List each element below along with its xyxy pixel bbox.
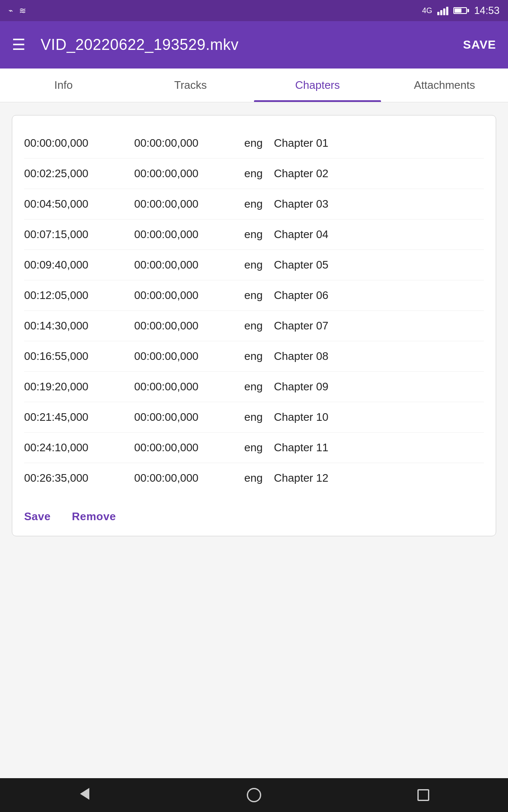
chapter-row[interactable]: 00:07:15,000 00:00:00,000 eng Chapter 04 <box>24 219 484 250</box>
save-button[interactable]: SAVE <box>463 38 496 52</box>
chapter-row[interactable]: 00:21:45,000 00:00:00,000 eng Chapter 10 <box>24 402 484 433</box>
chapter-lang: eng <box>244 167 274 180</box>
chapter-row[interactable]: 00:00:00,000 00:00:00,000 eng Chapter 01 <box>24 128 484 159</box>
chapter-lang: eng <box>244 289 274 302</box>
chapter-start-time: 00:07:15,000 <box>24 228 134 241</box>
home-button[interactable] <box>237 778 271 812</box>
chapter-lang: eng <box>244 258 274 272</box>
tab-info[interactable]: Info <box>0 69 127 102</box>
chapter-lang: eng <box>244 319 274 332</box>
app-bar: ☰ VID_20220622_193529.mkv SAVE <box>0 21 508 69</box>
chapter-start-time: 00:02:25,000 <box>24 167 134 180</box>
chapter-name: Chapter 06 <box>274 289 329 302</box>
chapter-end-time: 00:00:00,000 <box>134 319 244 332</box>
chapter-start-time: 00:19:20,000 <box>24 380 134 393</box>
chapter-start-time: 00:12:05,000 <box>24 289 134 302</box>
signal-icon <box>437 6 448 15</box>
chapter-name: Chapter 02 <box>274 167 329 180</box>
chapter-name: Chapter 01 <box>274 137 329 150</box>
chapter-end-time: 00:00:00,000 <box>134 411 244 424</box>
chapter-row[interactable]: 00:26:35,000 00:00:00,000 eng Chapter 12 <box>24 463 484 493</box>
chapter-end-time: 00:00:00,000 <box>134 441 244 454</box>
chapter-row[interactable]: 00:09:40,000 00:00:00,000 eng Chapter 05 <box>24 250 484 280</box>
chapter-name: Chapter 09 <box>274 380 329 393</box>
chapter-end-time: 00:00:00,000 <box>134 380 244 393</box>
status-left: ⌁ ≋ <box>8 5 26 16</box>
chapter-name: Chapter 08 <box>274 350 329 363</box>
chapter-lang: eng <box>244 380 274 393</box>
back-button[interactable] <box>68 778 102 812</box>
home-icon <box>247 788 261 802</box>
chapter-lang: eng <box>244 472 274 485</box>
usb-icon: ⌁ <box>8 6 13 15</box>
chapter-end-time: 00:00:00,000 <box>134 137 244 150</box>
chapter-lang: eng <box>244 350 274 363</box>
status-right: 4G 14:53 <box>422 5 500 16</box>
menu-icon[interactable]: ☰ <box>12 36 25 54</box>
card-actions: Save Remove <box>24 497 484 523</box>
chapter-start-time: 00:00:00,000 <box>24 137 134 150</box>
chapter-end-time: 00:00:00,000 <box>134 228 244 241</box>
chapter-start-time: 00:04:50,000 <box>24 198 134 211</box>
chapters-list: 00:00:00,000 00:00:00,000 eng Chapter 01… <box>24 128 484 493</box>
chapter-name: Chapter 10 <box>274 411 329 424</box>
chapter-end-time: 00:00:00,000 <box>134 167 244 180</box>
chapter-start-time: 00:14:30,000 <box>24 319 134 332</box>
tab-chapters[interactable]: Chapters <box>254 69 381 102</box>
card-remove-button[interactable]: Remove <box>72 510 116 523</box>
chapter-name: Chapter 07 <box>274 319 329 332</box>
chapter-start-time: 00:24:10,000 <box>24 441 134 454</box>
chapter-name: Chapter 05 <box>274 258 329 272</box>
status-time: 14:53 <box>474 5 500 16</box>
chapter-end-time: 00:00:00,000 <box>134 289 244 302</box>
chapter-lang: eng <box>244 441 274 454</box>
chapter-end-time: 00:00:00,000 <box>134 472 244 485</box>
chapter-lang: eng <box>244 228 274 241</box>
tab-attachments[interactable]: Attachments <box>381 69 508 102</box>
battery-icon <box>453 7 469 14</box>
back-icon <box>80 787 89 803</box>
status-bar: ⌁ ≋ 4G 14:53 <box>0 0 508 21</box>
chapter-row[interactable]: 00:19:20,000 00:00:00,000 eng Chapter 09 <box>24 372 484 402</box>
chapter-start-time: 00:21:45,000 <box>24 411 134 424</box>
chapter-lang: eng <box>244 137 274 150</box>
chapter-start-time: 00:09:40,000 <box>24 258 134 272</box>
chapter-name: Chapter 11 <box>274 441 329 454</box>
chapter-start-time: 00:26:35,000 <box>24 472 134 485</box>
chapter-end-time: 00:00:00,000 <box>134 198 244 211</box>
app-bar-title: VID_20220622_193529.mkv <box>41 36 463 54</box>
chapter-name: Chapter 03 <box>274 198 329 211</box>
recent-icon <box>417 789 429 801</box>
tab-tracks[interactable]: Tracks <box>127 69 254 102</box>
card-save-button[interactable]: Save <box>24 510 51 523</box>
wifi-icon: ≋ <box>19 5 26 16</box>
chapter-name: Chapter 04 <box>274 228 329 241</box>
chapter-lang: eng <box>244 198 274 211</box>
chapters-card: 00:00:00,000 00:00:00,000 eng Chapter 01… <box>12 115 496 536</box>
chapter-start-time: 00:16:55,000 <box>24 350 134 363</box>
chapter-row[interactable]: 00:14:30,000 00:00:00,000 eng Chapter 07 <box>24 311 484 341</box>
tabs-bar: Info Tracks Chapters Attachments <box>0 69 508 102</box>
chapter-end-time: 00:00:00,000 <box>134 258 244 272</box>
chapter-lang: eng <box>244 411 274 424</box>
chapter-row[interactable]: 00:12:05,000 00:00:00,000 eng Chapter 06 <box>24 280 484 311</box>
chapter-name: Chapter 12 <box>274 472 329 485</box>
chapter-row[interactable]: 00:16:55,000 00:00:00,000 eng Chapter 08 <box>24 341 484 372</box>
recent-apps-button[interactable] <box>406 778 440 812</box>
main-content: 00:00:00,000 00:00:00,000 eng Chapter 01… <box>0 102 508 778</box>
chapter-row[interactable]: 00:02:25,000 00:00:00,000 eng Chapter 02 <box>24 159 484 189</box>
signal-text: 4G <box>422 6 432 15</box>
chapter-row[interactable]: 00:04:50,000 00:00:00,000 eng Chapter 03 <box>24 189 484 219</box>
bottom-nav <box>0 778 508 812</box>
chapter-row[interactable]: 00:24:10,000 00:00:00,000 eng Chapter 11 <box>24 433 484 463</box>
chapter-end-time: 00:00:00,000 <box>134 350 244 363</box>
